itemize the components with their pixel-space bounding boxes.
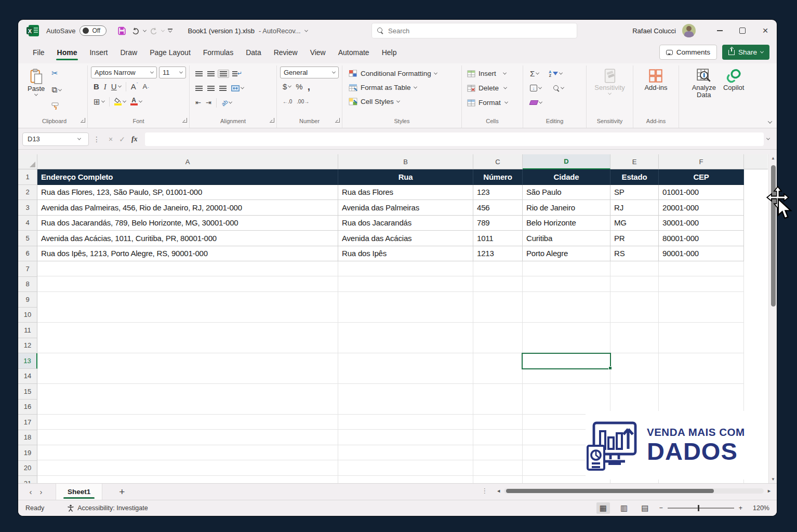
cell-c3[interactable]: 456 <box>473 200 523 216</box>
fill-handle[interactable] <box>608 366 612 370</box>
row-header[interactable]: 14 <box>18 369 37 384</box>
excel-app-icon[interactable]: X <box>26 24 39 37</box>
horizontal-scrollbar[interactable]: ⋮ ◄ ► <box>481 487 772 495</box>
cell-f6[interactable]: 90001-000 <box>659 246 744 262</box>
horizontal-scroll-track[interactable] <box>504 488 764 494</box>
row-header[interactable]: 12 <box>18 338 37 354</box>
select-all-corner[interactable] <box>18 154 37 169</box>
sort-filter-button[interactable]: AZ <box>547 69 564 78</box>
percent-style-button[interactable]: % <box>294 82 304 92</box>
font-size-combo[interactable]: 11 <box>159 66 186 78</box>
cell-a1[interactable]: Endereço Completo <box>37 169 338 185</box>
tab-help[interactable]: Help <box>376 44 403 61</box>
cell-a6[interactable]: Rua dos Ipês, 1213, Porto Alegre, RS, 90… <box>37 246 338 262</box>
clear-button[interactable] <box>528 99 543 106</box>
row-header[interactable]: 8 <box>18 277 37 292</box>
tab-insert[interactable]: Insert <box>83 44 114 61</box>
format-painter-button[interactable] <box>50 101 63 111</box>
page-layout-view-button[interactable]: ▥ <box>617 502 631 514</box>
wrap-text-button[interactable]: ↵ <box>231 69 244 78</box>
cell-d1[interactable]: Cidade <box>523 169 610 185</box>
cut-button[interactable]: ✂ <box>50 68 63 78</box>
find-select-button[interactable] <box>552 84 565 92</box>
customize-toolbar-icon[interactable] <box>166 28 174 34</box>
cell-d3[interactable]: Rio de Janeiro <box>523 200 610 216</box>
clipboard-dialog-launcher[interactable] <box>81 118 85 123</box>
bottom-align-button[interactable] <box>218 70 229 78</box>
fill-button[interactable]: ↓ <box>528 84 543 92</box>
column-header-b[interactable]: B <box>338 154 473 169</box>
zoom-slider[interactable] <box>668 508 734 509</box>
tab-page-layout[interactable]: Page Layout <box>143 44 197 61</box>
comments-button[interactable]: Comments <box>659 45 717 60</box>
paste-button[interactable]: Paste <box>24 66 48 98</box>
row-header-selected[interactable]: 13 <box>18 353 37 369</box>
cell-c4[interactable]: 789 <box>473 216 523 231</box>
row-header[interactable]: 1 <box>18 169 37 185</box>
align-right-button[interactable] <box>218 85 228 92</box>
bold-button[interactable]: B <box>92 82 101 92</box>
row-header[interactable]: 10 <box>18 308 37 323</box>
row-header[interactable]: 2 <box>18 185 37 201</box>
zoom-in-button[interactable]: + <box>739 504 742 512</box>
cell-b5[interactable]: Avenida das Acácias <box>338 231 473 246</box>
copilot-button[interactable]: Copilot <box>720 66 747 94</box>
cell-c6[interactable]: 1213 <box>473 246 523 262</box>
orientation-button[interactable]: ab <box>220 99 233 107</box>
row-header[interactable]: 16 <box>18 400 37 415</box>
expand-formula-bar-icon[interactable] <box>766 137 770 140</box>
alignment-dialog-launcher[interactable] <box>270 118 274 123</box>
delete-cells-button[interactable]: Delete <box>467 81 507 95</box>
prev-sheet-icon[interactable]: ‹ <box>25 487 36 496</box>
borders-button[interactable]: ⊞ <box>92 97 106 107</box>
scroll-down-icon[interactable]: ▼ <box>769 475 777 483</box>
increase-decimal-button[interactable]: ←.0 <box>281 98 294 105</box>
page-break-view-button[interactable]: ▤ <box>638 502 652 514</box>
row-header[interactable]: 20 <box>18 461 37 476</box>
tab-file[interactable]: File <box>26 44 51 61</box>
name-box[interactable]: D13 <box>22 132 89 146</box>
column-header-d[interactable]: D <box>523 154 610 169</box>
decrease-indent-button[interactable]: ⇤ <box>194 98 203 108</box>
zoom-percentage[interactable]: 120% <box>750 504 769 512</box>
save-button[interactable] <box>116 25 128 36</box>
number-dialog-launcher[interactable] <box>335 118 340 123</box>
number-format-combo[interactable]: General <box>280 66 339 78</box>
conditional-formatting-button[interactable]: Conditional Formatting <box>348 66 438 80</box>
row-header[interactable]: 4 <box>18 216 37 231</box>
row-header[interactable]: 15 <box>18 384 37 400</box>
cell-f1[interactable]: CEP <box>659 169 744 185</box>
top-align-button[interactable] <box>194 70 204 77</box>
column-header-f[interactable]: F <box>659 154 744 169</box>
increase-font-button[interactable]: Aˆ <box>129 82 140 92</box>
row-header[interactable]: 6 <box>18 246 37 262</box>
share-button[interactable]: Share <box>722 45 769 60</box>
font-dialog-launcher[interactable] <box>182 118 187 123</box>
cell-a5[interactable]: Avenida das Acácias, 1011, Curitiba, PR,… <box>37 231 338 246</box>
cell-d4[interactable]: Belo Horizonte <box>523 216 610 231</box>
column-header-e[interactable]: E <box>610 154 659 169</box>
cell-f3[interactable]: 20001-000 <box>659 200 744 216</box>
row-header[interactable]: 19 <box>18 445 37 461</box>
tab-home[interactable]: Home <box>51 44 84 61</box>
copy-button[interactable]: ⧉ <box>50 85 63 95</box>
redo-button[interactable] <box>148 26 160 36</box>
cell-e1[interactable]: Estado <box>610 169 659 185</box>
align-center-button[interactable] <box>206 85 216 92</box>
font-name-combo[interactable]: Aptos Narrow <box>91 66 157 78</box>
zoom-out-button[interactable]: − <box>659 504 662 512</box>
align-left-button[interactable] <box>194 85 204 92</box>
decrease-decimal-button[interactable]: .00→ <box>295 98 311 105</box>
collapse-ribbon-icon[interactable] <box>768 119 772 123</box>
cell-e4[interactable]: MG <box>610 216 659 231</box>
normal-view-button[interactable]: ▦ <box>596 502 610 514</box>
italic-button[interactable]: I <box>102 82 108 92</box>
accounting-format-button[interactable]: $ <box>281 82 293 92</box>
avatar[interactable] <box>682 24 696 37</box>
cell-b1[interactable]: Rua <box>338 169 473 185</box>
cell-e3[interactable]: RJ <box>610 200 659 216</box>
selected-cell-d13[interactable] <box>522 353 611 369</box>
cell-b3[interactable]: Avenida das Palmeiras <box>338 200 473 216</box>
cell-f2[interactable]: 01001-000 <box>659 185 744 201</box>
analyze-data-button[interactable]: AnalyzeData <box>689 66 719 101</box>
